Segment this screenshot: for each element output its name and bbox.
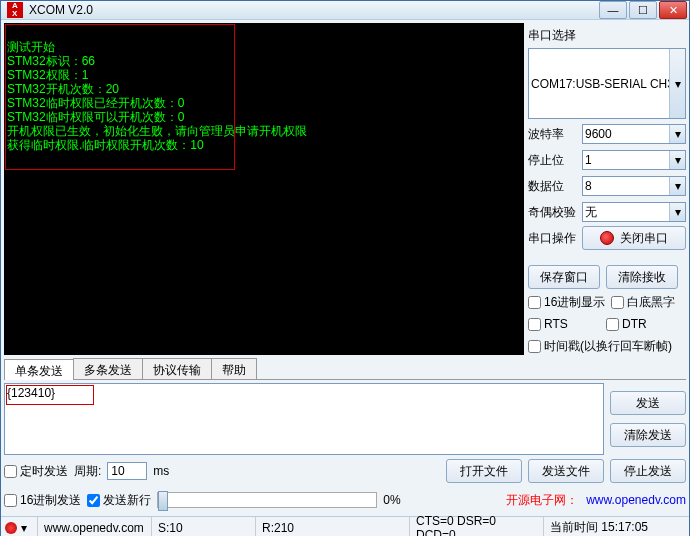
baud-combo[interactable]: 9600 ▾ [582, 124, 686, 144]
parity-label: 奇偶校验 [528, 204, 578, 221]
port-op-label: 串口操作 [528, 230, 578, 247]
chevron-down-icon: ▾ [669, 125, 685, 143]
status-bar: ▾ www.openedv.com S:10 R:210 CTS=0 DSR=0… [1, 516, 689, 536]
parity-combo[interactable]: 无 ▾ [582, 202, 686, 222]
clear-send-button[interactable]: 清除发送 [610, 423, 686, 447]
port-select-label: 串口选择 [528, 27, 686, 44]
status-record-icon [5, 522, 17, 534]
chevron-down-icon: ▾ [669, 203, 685, 221]
send-file-button[interactable]: 发送文件 [528, 459, 604, 483]
tab-multi-send[interactable]: 多条发送 [73, 358, 143, 379]
maximize-button[interactable]: ☐ [629, 1, 657, 19]
data-label: 数据位 [528, 178, 578, 195]
tab-protocol[interactable]: 协议传输 [142, 358, 212, 379]
slider-thumb[interactable] [158, 491, 168, 511]
period-unit: ms [153, 464, 169, 478]
terminal-output: 测试开始 STM32标识：66 STM32权限：1 STM32开机次数：20 S… [4, 23, 524, 355]
minimize-button[interactable]: — [599, 1, 627, 19]
status-signals: CTS=0 DSR=0 DCD=0 [409, 517, 539, 536]
window-title: XCOM V2.0 [29, 3, 599, 17]
tab-help[interactable]: 帮助 [211, 358, 257, 379]
hex-send-checkbox[interactable]: 16进制发送 [4, 491, 81, 509]
port-combo[interactable]: COM17:USB-SERIAL CH34 ▾ [528, 48, 686, 119]
link-url[interactable]: www.openedv.com [586, 493, 686, 507]
rts-checkbox[interactable]: RTS [528, 315, 600, 333]
progress-slider[interactable] [157, 492, 377, 508]
data-combo[interactable]: 8 ▾ [582, 176, 686, 196]
period-input[interactable] [107, 462, 147, 480]
status-recv: R:210 [255, 517, 405, 536]
chevron-down-icon: ▾ [669, 49, 685, 118]
close-button[interactable]: ✕ [659, 1, 687, 19]
clear-recv-button[interactable]: 清除接收 [606, 265, 678, 289]
save-window-button[interactable]: 保存窗口 [528, 265, 600, 289]
timestamp-checkbox[interactable]: 时间戳(以换行回车断帧) [528, 337, 686, 355]
baud-label: 波特率 [528, 126, 578, 143]
app-icon: AX [7, 2, 23, 18]
dtr-checkbox[interactable]: DTR [606, 315, 647, 333]
hex-display-checkbox[interactable]: 16进制显示 [528, 293, 605, 311]
highlight-box-send [6, 385, 94, 405]
stop-send-button[interactable]: 停止发送 [610, 459, 686, 483]
stop-combo[interactable]: 1 ▾ [582, 150, 686, 170]
link-label: 开源电子网： [506, 492, 578, 509]
tab-single-send[interactable]: 单条发送 [4, 359, 74, 380]
open-file-button[interactable]: 打开文件 [446, 459, 522, 483]
timed-send-checkbox[interactable]: 定时发送 [4, 462, 68, 480]
send-button[interactable]: 发送 [610, 391, 686, 415]
chevron-down-icon: ▾ [669, 151, 685, 169]
chevron-down-icon[interactable]: ▾ [21, 521, 33, 535]
stop-label: 停止位 [528, 152, 578, 169]
period-label: 周期: [74, 463, 101, 480]
status-url[interactable]: www.openedv.com [37, 517, 147, 536]
status-time: 当前时间 15:17:05 [543, 517, 685, 536]
send-tabs: 单条发送 多条发送 协议传输 帮助 [4, 358, 686, 380]
close-port-button[interactable]: 关闭串口 [582, 226, 686, 250]
send-newline-checkbox[interactable]: 发送新行 [87, 491, 151, 509]
status-sent: S:10 [151, 517, 251, 536]
record-icon [600, 231, 614, 245]
white-black-checkbox[interactable]: 白底黑字 [611, 293, 675, 311]
send-textarea[interactable]: {123410} [4, 383, 604, 455]
chevron-down-icon: ▾ [669, 177, 685, 195]
progress-percent: 0% [383, 493, 400, 507]
